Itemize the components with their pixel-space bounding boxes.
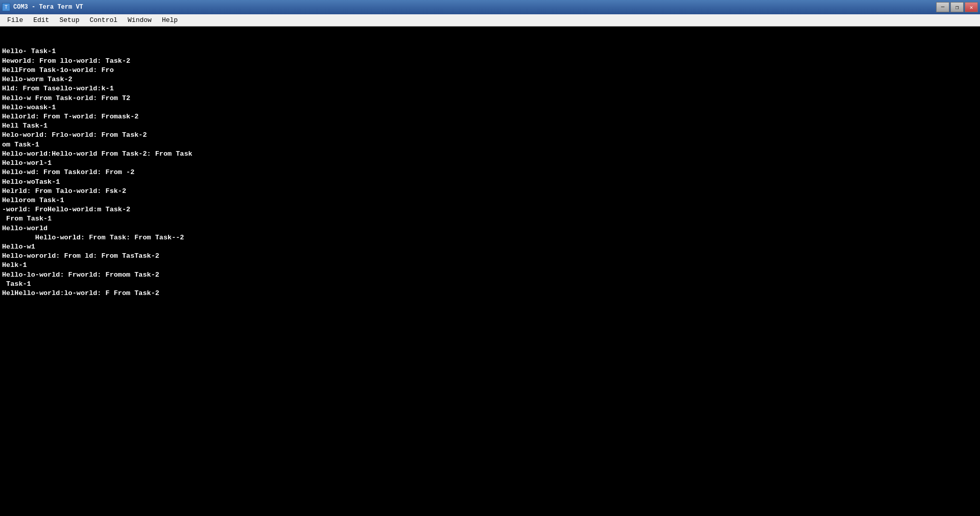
terminal-line: Hello-wd: From Taskorld: From -2	[2, 168, 978, 177]
menu-item-control[interactable]: Control	[84, 15, 123, 25]
window-container: T COM3 - Tera Term VT ─ ❐ ✕ FileEditSetu…	[0, 0, 980, 516]
terminal-line: Task-1	[2, 280, 978, 289]
title-bar: T COM3 - Tera Term VT ─ ❐ ✕	[0, 0, 980, 14]
menu-item-file[interactable]: File	[2, 15, 28, 25]
terminal-line: HelHello-world:lo-world: F From Task-2	[2, 289, 978, 298]
terminal-line: Hello-lo-world: Frworld: Fromom Task-2	[2, 271, 978, 280]
close-button[interactable]: ✕	[965, 2, 978, 12]
app-icon-text: T	[5, 5, 8, 10]
terminal-line: Hello-wororld: From ld: From TasTask-2	[2, 252, 978, 261]
terminal-line: Hello- Task-1	[2, 47, 978, 56]
terminal-line: Hello-worl-1	[2, 159, 978, 168]
title-bar-left: T COM3 - Tera Term VT	[2, 3, 83, 11]
terminal-line: Hello-woask-1	[2, 103, 978, 112]
menu-item-window[interactable]: Window	[123, 15, 157, 25]
terminal-line: Hello-woTask-1	[2, 178, 978, 187]
window-title: COM3 - Tera Term VT	[13, 4, 83, 11]
terminal-line: om Task-1	[2, 140, 978, 150]
terminal-line: Helrld: From Talo-world: Fsk-2	[2, 187, 978, 196]
menu-item-edit[interactable]: Edit	[28, 15, 54, 25]
terminal-line: Helo-world: Frlo-world: From Task-2	[2, 131, 978, 140]
terminal-line: Hld: From Tasello-world:k-1	[2, 84, 978, 93]
terminal-line: -world: FroHello-world:m Task-2	[2, 205, 978, 214]
terminal-line: Hello-world:Hello-world From Task-2: Fro…	[2, 150, 978, 159]
terminal-line: Hello-world: From Task: From Task--2	[2, 233, 978, 242]
title-bar-buttons: ─ ❐ ✕	[936, 2, 978, 12]
minimize-button[interactable]: ─	[936, 2, 949, 12]
terminal-line: Hellorom Task-1	[2, 196, 978, 205]
menu-item-setup[interactable]: Setup	[54, 15, 84, 25]
menu-bar: FileEditSetupControlWindowHelp	[0, 14, 980, 27]
terminal-output[interactable]: Hello- Task-1Heworld: From llo-world: Ta…	[0, 27, 980, 516]
terminal-line: Hello-w From Task-orld: From T2	[2, 94, 978, 103]
terminal-line: Hello-world	[2, 224, 978, 233]
terminal-line: Helk-1	[2, 261, 978, 270]
terminal-line: Hello-w1	[2, 242, 978, 252]
app-icon: T	[2, 3, 10, 11]
terminal-line: Hell Task-1	[2, 121, 978, 131]
restore-button[interactable]: ❐	[950, 2, 964, 12]
terminal-line: Hellorld: From T-world: Fromask-2	[2, 112, 978, 121]
terminal-line: HellFrom Task-1o-world: Fro	[2, 66, 978, 75]
terminal-line: Heworld: From llo-world: Task-2	[2, 57, 978, 66]
menu-item-help[interactable]: Help	[157, 15, 183, 25]
terminal-line: Hello-worm Task-2	[2, 75, 978, 84]
terminal-line: From Task-1	[2, 214, 978, 224]
